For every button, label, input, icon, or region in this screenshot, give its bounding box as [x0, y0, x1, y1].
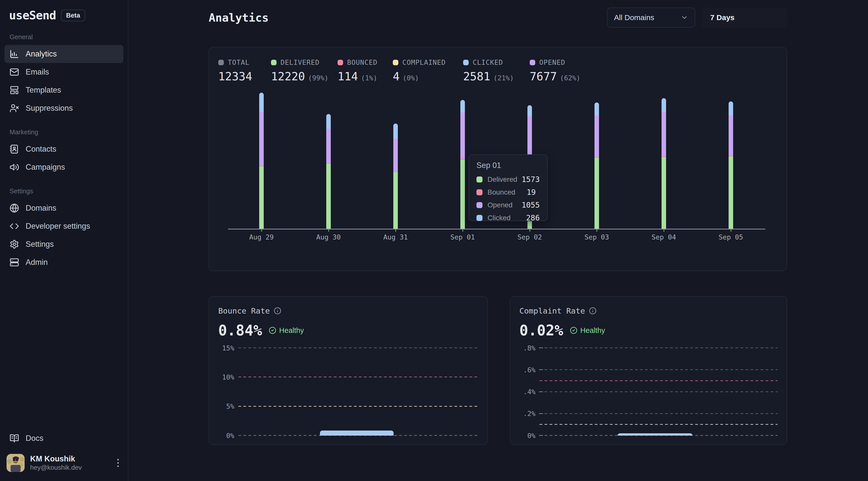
sidebar-item-settings[interactable]: Settings	[4, 235, 123, 253]
bar-segment-delivered	[393, 172, 398, 229]
tooltip-label: Clicked	[488, 214, 526, 222]
domain-filter-select[interactable]: All Domains	[607, 7, 695, 28]
y-axis-label: 0%	[527, 431, 539, 439]
page-header: Analytics All Domains 7 Days30 Days	[209, 7, 787, 28]
tooltip-swatch	[476, 189, 483, 195]
stacked-bar-aug-29[interactable]	[259, 93, 264, 229]
sidebar-item-developer-settings[interactable]: Developer settings	[4, 217, 123, 235]
grid-line	[238, 377, 478, 377]
sidebar-item-label: Docs	[26, 434, 43, 443]
main-content: Analytics All Domains 7 Days30 Days TOTA…	[128, 0, 868, 481]
bar-segment-opened	[393, 139, 398, 171]
sidebar-item-label: Templates	[26, 86, 61, 95]
stat-percent: (0%)	[403, 74, 419, 82]
contact-book-icon	[9, 145, 19, 154]
megaphone-icon	[9, 162, 19, 172]
sidebar-item-domains[interactable]: Domains	[4, 199, 123, 217]
sidebar-item-emails[interactable]: Emails	[4, 63, 123, 81]
sidebar-item-suppressions[interactable]: Suppressions	[4, 99, 123, 117]
complaint-rate-chart: .8%.6%.4%.2%0%	[519, 347, 778, 435]
stat-value: 114	[338, 70, 358, 83]
stacked-bar-sep-04[interactable]	[661, 98, 666, 229]
bar-segment-opened	[460, 113, 465, 159]
tooltip-swatch	[476, 215, 483, 221]
stat-dot	[393, 60, 398, 65]
stat-label: TOTAL	[228, 59, 249, 66]
sidebar-item-analytics[interactable]: Analytics	[4, 45, 123, 63]
x-axis-label: Sep 05	[719, 233, 743, 241]
sidebar-item-label: Contacts	[26, 145, 56, 154]
stacked-bar-aug-31[interactable]	[393, 124, 398, 229]
sidebar-item-admin[interactable]: Admin	[4, 253, 123, 271]
book-open-icon	[9, 434, 19, 443]
sidebar-item-templates[interactable]: Templates	[4, 81, 123, 99]
x-axis-tick	[395, 229, 396, 232]
x-axis-tick	[328, 229, 329, 232]
stacked-bar-sep-03[interactable]	[594, 102, 599, 229]
stat-percent: (21%)	[493, 74, 514, 82]
stat-dot	[218, 60, 224, 65]
sidebar-item-label: Domains	[26, 203, 56, 213]
x-axis-tick	[462, 229, 463, 232]
stacked-bar-sep-05[interactable]	[728, 101, 733, 229]
bar-segment-delivered	[594, 158, 599, 229]
x-axis-tick	[261, 229, 262, 232]
info-icon[interactable]	[274, 307, 281, 315]
sidebar-item-docs[interactable]: Docs	[4, 429, 123, 447]
x-axis-label: Sep 04	[651, 233, 676, 241]
sidebar: useSend Beta GeneralAnalyticsEmailsTempl…	[0, 0, 128, 481]
tooltip-value: 19	[527, 188, 536, 197]
bar-segment-opened	[661, 112, 666, 157]
range-option-7-days[interactable]: 7 Days	[702, 7, 787, 28]
bar-segment-opened	[259, 112, 264, 166]
grid-line	[539, 347, 778, 348]
gear-icon	[9, 239, 19, 249]
user-profile[interactable]: KM Koushik hey@koushik.dev	[4, 454, 123, 472]
sidebar-item-label: Suppressions	[26, 104, 73, 113]
user-x-icon	[9, 103, 19, 113]
app-logo: useSend	[9, 8, 56, 22]
x-axis-tick	[529, 229, 530, 232]
check-circle-icon	[570, 327, 578, 334]
complaint-rate-grid: .8%.6%.4%.2%0%	[539, 347, 778, 436]
sidebar-bottom: Docs KM Koushik hey@koush	[4, 429, 123, 472]
stacked-bar-aug-30[interactable]	[326, 114, 331, 229]
rate-bar[interactable]	[320, 430, 394, 436]
avatar	[6, 454, 25, 472]
x-axis-tick	[596, 229, 597, 232]
info-icon[interactable]	[589, 307, 596, 315]
x-axis-label: Aug 29	[249, 233, 274, 241]
stat-clicked: CLICKED2581(21%)	[463, 59, 530, 83]
sidebar-item-label: Admin	[26, 258, 48, 267]
bar-segment-clicked	[527, 105, 532, 116]
template-icon	[9, 85, 19, 95]
profile-names: KM Koushik hey@koushik.dev	[30, 454, 82, 472]
rate-bar[interactable]	[618, 433, 692, 436]
y-axis-label: .6%	[523, 366, 539, 374]
profile-menu-icon[interactable]	[115, 456, 121, 470]
stacked-bar-sep-01[interactable]	[460, 100, 465, 229]
profile-email: hey@koushik.dev	[30, 463, 82, 472]
stat-percent: (62%)	[560, 74, 580, 82]
sidebar-nav: GeneralAnalyticsEmailsTemplatesSuppressi…	[4, 22, 123, 271]
server-icon	[9, 258, 19, 267]
bar-segment-clicked	[661, 98, 666, 112]
y-axis-tick	[539, 413, 543, 414]
bounce-status-text: Healthy	[279, 326, 304, 334]
section-label: General	[9, 33, 123, 41]
sidebar-item-contacts[interactable]: Contacts	[4, 140, 123, 158]
x-axis-tick	[663, 229, 664, 232]
tooltip-swatch	[476, 177, 483, 183]
logo-row: useSend Beta	[4, 8, 123, 22]
bar-segment-clicked	[393, 124, 398, 138]
complaint-rate-value: 0.02%	[519, 322, 563, 339]
stat-value: 12220	[271, 70, 305, 83]
stat-complained: COMPLAINED4(0%)	[393, 59, 463, 83]
domain-filter-value: All Domains	[614, 13, 654, 22]
code-icon	[9, 221, 19, 231]
sidebar-item-campaigns[interactable]: Campaigns	[4, 158, 123, 176]
tooltip-label: Bounced	[488, 188, 527, 196]
stat-delivered: DELIVERED12220(99%)	[271, 59, 338, 83]
stat-percent: (1%)	[361, 74, 377, 82]
grid-line	[539, 413, 778, 414]
